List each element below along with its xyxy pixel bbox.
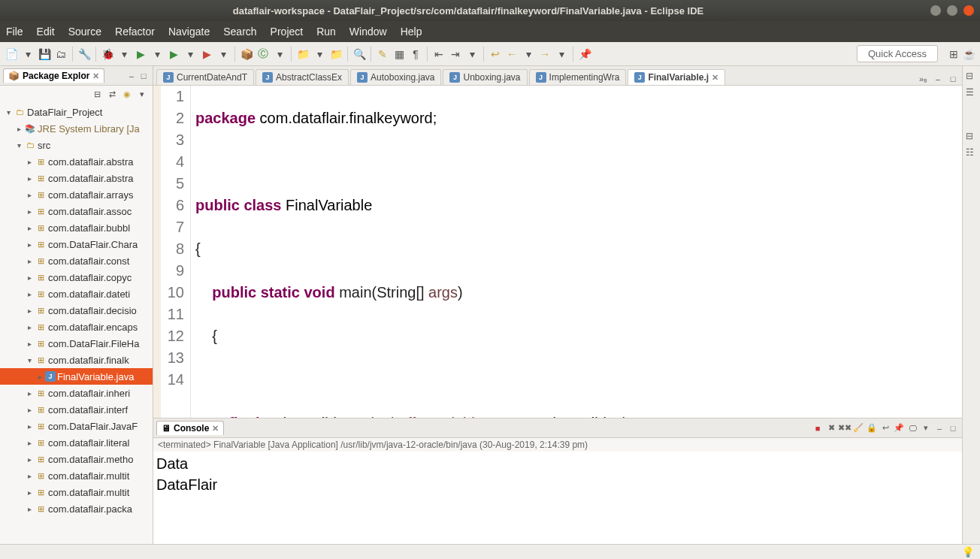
dropdown-icon[interactable]: ▾ [216, 47, 230, 61]
task-list-icon[interactable]: ☰ [966, 87, 978, 99]
package-node[interactable]: ▸⊞com.dataflair.decisio [0, 302, 153, 319]
package-node[interactable]: ▸⊞com.dataflair.interf [0, 401, 153, 418]
pin-icon[interactable]: 📌 [578, 47, 591, 61]
package-node[interactable]: ▸⊞com.dataflair.packa [0, 500, 153, 517]
scroll-lock-icon[interactable]: 🔒 [866, 422, 878, 434]
package-node[interactable]: ▸⊞com.DataFlair.JavaF [0, 418, 153, 434]
package-node[interactable]: ▸⊞com.dataflair.inheri [0, 385, 153, 401]
display-selected-icon[interactable]: 🖵 [906, 422, 918, 434]
package-node-open[interactable]: ▾⊞com.dataflair.finalk [0, 352, 153, 368]
toggle-mark-icon[interactable]: ✎ [376, 47, 389, 61]
package-node[interactable]: ▸⊞com.dataflair.multit [0, 484, 153, 500]
tab-implementingwra[interactable]: JImplementingWra [529, 69, 627, 85]
outline-icon[interactable]: ☷ [966, 147, 978, 159]
tab-unboxing[interactable]: JUnboxing.java [443, 69, 527, 85]
code-editor[interactable]: 1234567891011121314 package com.dataflai… [153, 86, 962, 418]
package-node[interactable]: ▸⊞com.dataflair.abstra [0, 170, 153, 186]
close-tab-icon[interactable]: ✕ [712, 73, 718, 83]
package-node[interactable]: ▸⊞com.dataflair.multit [0, 467, 153, 484]
close-tab-icon[interactable]: ✕ [92, 71, 99, 81]
new-task-icon[interactable]: 📁 [329, 47, 343, 61]
package-node[interactable]: ▸⊞com.dataflair.assoc [0, 203, 153, 219]
jre-node[interactable]: ▸📚JRE System Library [Ja [0, 120, 153, 137]
console-tab[interactable]: 🖥 Console ✕ [156, 421, 224, 435]
menu-refactor[interactable]: Refactor [115, 26, 155, 38]
menu-file[interactable]: File [6, 26, 23, 38]
restore-icon[interactable]: ⊟ [966, 131, 978, 143]
prev-annotation-icon[interactable]: ⇤ [432, 47, 446, 61]
console-output[interactable]: Data DataFlair [153, 452, 962, 544]
search-icon[interactable]: 🔍 [352, 47, 366, 61]
menu-source[interactable]: Source [68, 26, 101, 38]
open-console-icon[interactable]: ▾ [920, 422, 932, 434]
new-package-icon[interactable]: 📦 [240, 47, 253, 61]
dropdown-icon[interactable]: ▾ [522, 47, 535, 61]
dropdown-icon[interactable]: ▾ [465, 47, 479, 61]
run-icon[interactable]: ▶ [134, 47, 147, 61]
tab-abstractclassex[interactable]: JAbstractClassEx [256, 69, 349, 85]
minimize-editor-icon[interactable]: – [932, 73, 944, 85]
menu-window[interactable]: Window [349, 26, 387, 38]
tab-finalvariable[interactable]: JFinalVariable.j✕ [628, 69, 725, 85]
dropdown-icon[interactable]: ▾ [273, 47, 286, 61]
close-tab-icon[interactable]: ✕ [212, 424, 219, 434]
open-task-icon[interactable]: 📁 [296, 47, 310, 61]
dropdown-icon[interactable]: ▾ [21, 47, 35, 61]
package-node[interactable]: ▸⊞com.dataflair.bubbl [0, 219, 153, 236]
package-node[interactable]: ▸⊞com.DataFlair.Chara [0, 236, 153, 252]
show-whitespace-icon[interactable]: ¶ [409, 47, 422, 61]
package-node[interactable]: ▸⊞com.dataflair.literal [0, 434, 153, 451]
package-node[interactable]: ▸⊞com.dataflair.encaps [0, 319, 153, 335]
minimize-view-icon[interactable]: – [933, 422, 945, 434]
next-annotation-icon[interactable]: ⇥ [449, 47, 462, 61]
open-perspective-icon[interactable]: ⊞ [947, 47, 960, 61]
remove-all-icon[interactable]: ✖✖ [839, 422, 851, 434]
close-icon[interactable] [963, 5, 974, 16]
maximize-icon[interactable] [947, 5, 957, 16]
new-icon[interactable]: 📄 [5, 47, 18, 61]
terminate-icon[interactable]: ■ [812, 422, 824, 434]
save-icon[interactable]: 💾 [38, 47, 51, 61]
clear-console-icon[interactable]: 🧹 [852, 422, 864, 434]
new-class-icon[interactable]: Ⓒ [256, 47, 270, 61]
open-type-icon[interactable]: 🔧 [77, 47, 91, 61]
package-node[interactable]: ▸⊞com.DataFlair.FileHa [0, 335, 153, 352]
dropdown-icon[interactable]: ▾ [313, 47, 326, 61]
collapse-all-icon[interactable]: ⊟ [91, 88, 103, 100]
debug-icon[interactable]: 🐞 [101, 47, 114, 61]
dropdown-icon[interactable]: ▾ [150, 47, 164, 61]
dropdown-icon[interactable]: ▾ [117, 47, 131, 61]
package-node[interactable]: ▸⊞com.dataflair.const [0, 252, 153, 269]
tab-currentdateandt[interactable]: JCurrentDateAndT [156, 69, 254, 85]
package-node[interactable]: ▸⊞com.dataflair.metho [0, 451, 153, 467]
focus-task-icon[interactable]: ◉ [121, 88, 133, 100]
view-menu-icon[interactable]: ▾ [136, 88, 148, 100]
pin-console-icon[interactable]: 📌 [893, 422, 905, 434]
menu-run[interactable]: Run [316, 26, 336, 38]
menu-search[interactable]: Search [223, 26, 256, 38]
remove-launch-icon[interactable]: ✖ [825, 422, 837, 434]
maximize-editor-icon[interactable]: □ [947, 73, 959, 85]
file-node-selected[interactable]: ▸JFinalVariable.java [0, 368, 153, 385]
link-editor-icon[interactable]: ⇄ [106, 88, 118, 100]
dropdown-icon[interactable]: ▾ [183, 47, 197, 61]
menu-navigate[interactable]: Navigate [168, 26, 210, 38]
java-perspective-icon[interactable]: ☕ [962, 47, 975, 61]
maximize-view-icon[interactable]: □ [138, 70, 150, 82]
coverage-icon[interactable]: ▶ [167, 47, 180, 61]
ext-tools-icon[interactable]: ▶ [200, 47, 213, 61]
project-node[interactable]: ▾🗀DataFlair_Project [0, 104, 153, 120]
package-node[interactable]: ▸⊞com.dataflair.dateti [0, 286, 153, 302]
code-body[interactable]: package com.dataflair.finalkeyword; publ… [191, 86, 962, 418]
maximize-view-icon[interactable]: □ [947, 422, 959, 434]
dropdown-icon[interactable]: ▾ [555, 47, 568, 61]
quick-access-input[interactable]: Quick Access [857, 45, 938, 62]
save-all-icon[interactable]: 🗂 [54, 47, 68, 61]
package-node[interactable]: ▸⊞com.dataflair.arrays [0, 186, 153, 203]
package-node[interactable]: ▸⊞com.dataflair.abstra [0, 153, 153, 170]
menu-edit[interactable]: Edit [37, 26, 55, 38]
forward-icon[interactable]: → [538, 47, 552, 61]
menu-help[interactable]: Help [401, 26, 422, 38]
toggle-block-icon[interactable]: ▦ [392, 47, 406, 61]
tip-icon[interactable]: 💡 [962, 546, 974, 557]
